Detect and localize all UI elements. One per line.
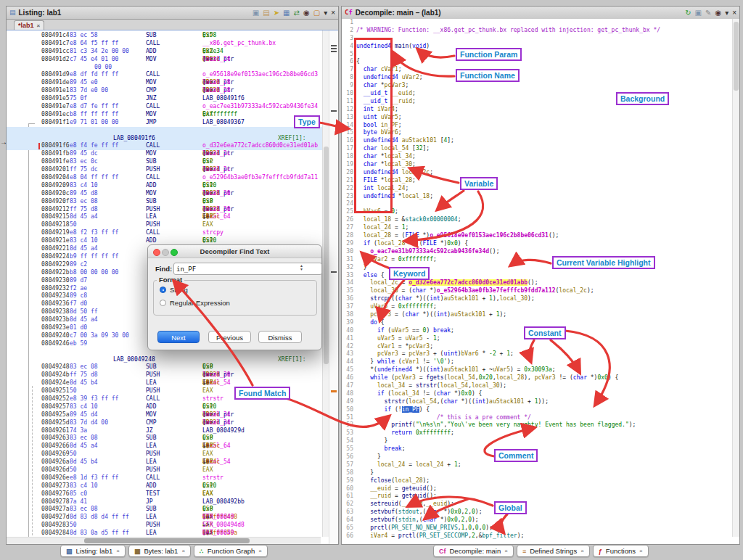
diff-view-icon[interactable]: ⇄: [294, 9, 300, 17]
code-line[interactable]: 12 int iVar4;: [342, 106, 731, 114]
listing-row[interactable]: 08049212ff 75 d8PUSHdword ptr [EBP + -0x…: [7, 206, 328, 214]
dropdown-arrow-icon[interactable]: ▾: [324, 9, 327, 17]
code-line[interactable]: 7 char cVar1;: [342, 66, 731, 74]
listing-row[interactable]: 08049219e8 f2 f3 ff ffCALLstrcpy: [7, 229, 328, 237]
code-line[interactable]: 26 local_18 = &stack0x00000004;: [342, 216, 731, 224]
code-line[interactable]: 29 if (local_28 == (FILE *)0x0) {: [342, 240, 731, 248]
code-line[interactable]: 52 printf("\n%s\n","You\'ve been very na…: [342, 421, 731, 429]
listing-row[interactable]: 080491e183 7d e0 00CMPdword ptr [EBP + -…: [7, 87, 328, 95]
listing-row[interactable]: 0804926174 3aJZLAB_0804929d: [7, 427, 328, 435]
code-line[interactable]: 1: [342, 19, 731, 27]
listing-label-row[interactable]: LAB_080491f6XREF[1]:: [7, 135, 338, 143]
radio-unselected-icon[interactable]: [160, 300, 166, 306]
code-line[interactable]: 37 uVar5 = 0xffffffff;: [342, 303, 731, 311]
code-line[interactable]: 30 o_eac7ee31b97333a4c592cab9436fe34d();: [342, 248, 731, 256]
close-icon[interactable]: ×: [331, 9, 335, 17]
mac-minimize-icon[interactable]: [162, 249, 169, 256]
code-line[interactable]: 21 FILE *local_28;: [342, 177, 731, 185]
listing-row[interactable]: 080492787a 41JPLAB_080492bb: [7, 498, 328, 506]
code-line[interactable]: 4undefined4 main(void): [342, 43, 731, 51]
close-icon[interactable]: ×: [732, 9, 736, 17]
code-line[interactable]: 27 local_24 = 1;: [342, 224, 731, 232]
listing-row[interactable]: 080491ecb8 ff ff ff ffMOVEAX,0xffffffff: [7, 111, 328, 119]
close-icon[interactable]: ×: [639, 548, 643, 554]
listing-row[interactable]: 0804924bff 75 d8PUSHdword ptr [EBP + -0x…: [7, 371, 328, 379]
code-line[interactable]: 58 }: [342, 469, 731, 477]
listing-row[interactable]: 00 00: [7, 64, 328, 72]
listing-row[interactable]: 0804926ee8 1d f3 ff ffCALLstrstr: [7, 474, 328, 482]
code-line[interactable]: 19 char *local_30;: [342, 161, 731, 169]
code-line[interactable]: 60 __euid = geteuid();: [342, 485, 731, 493]
cursor-location-icon[interactable]: ➤: [274, 9, 279, 17]
close-icon[interactable]: ×: [504, 548, 508, 554]
code-line[interactable]: 47 local_34 = strstr(local_54,local_30);: [342, 382, 731, 390]
code-line[interactable]: 34 local_2c = o_d32e6ea772c7adcc860d0ce3…: [342, 279, 731, 287]
listing-row[interactable]: 0804926383 ec 08SUBESP,0x8: [7, 435, 328, 442]
listing-row[interactable]: 080491d2c7 45 e4 01 00MOVdword ptr [EBP …: [7, 56, 328, 64]
listing-row[interactable]: 08049201ff 75 dcPUSHdword ptr [EBP + -0x…: [7, 166, 328, 174]
listing-marker-margin[interactable]: [329, 30, 338, 544]
listing-row[interactable]: 0804920c89 45 d8MOVdword ptr [EBP + -0x2…: [7, 190, 328, 198]
code-line[interactable]: 38 pcVar3 = (char *)((int)auStack101 + 1…: [342, 311, 731, 319]
listing-row[interactable]: 0804925783 c4 10ADDESP,0x10: [7, 403, 328, 411]
copy-icon[interactable]: ▣: [253, 9, 259, 17]
next-button[interactable]: Next: [157, 331, 200, 343]
listing-row[interactable]: 0804927a83 ec 08SUBESP,0x8: [7, 506, 328, 514]
code-line[interactable]: 14 bool in_PF;: [342, 122, 731, 130]
code-line[interactable]: 2/* WARNING: Function: __x86.get_pc_thun…: [342, 27, 731, 35]
code-line[interactable]: 57 local_24 = local_24 + 1;: [342, 461, 731, 469]
snapshot-icon[interactable]: ◉: [303, 9, 310, 17]
code-line[interactable]: 9 char *pcVar3;: [342, 82, 731, 90]
edit-icon[interactable]: ✎: [705, 9, 711, 17]
decompile-viewport[interactable]: 12/* WARNING: Function: __x86.get_pc_thu…: [342, 19, 739, 544]
close-icon[interactable]: ×: [116, 548, 120, 554]
code-line[interactable]: 62 setreuid(__ruid,__euid);: [342, 501, 731, 508]
code-line[interactable]: 10 __uid_t __euid;: [342, 90, 731, 98]
code-line[interactable]: 24: [342, 200, 731, 208]
code-line[interactable]: 66 iVar4 = prctl(PR_SET_SECCOMP,2,&bpf_f…: [342, 532, 731, 540]
listing-label-row[interactable]: LAB_08049248XREF[1]:: [7, 356, 328, 364]
tab-decompile-main[interactable]: CfDecompile: main×: [433, 545, 514, 557]
code-line[interactable]: 46 while (pcVar3 = fgets(local_54,0x20,l…: [342, 374, 731, 382]
close-icon[interactable]: ×: [258, 548, 262, 554]
tab-listing-lab1[interactable]: ▤Listing: lab1×: [60, 545, 126, 557]
decompile-vertical-scrollbar[interactable]: [732, 19, 739, 537]
listing-row[interactable]: 080492158d 45 a4LEAEAX=>local_64,[EBP + …: [7, 213, 328, 221]
listing-row[interactable]: 08049204e8 04 ff ff ffCALLo_e52964b3ae0f…: [7, 174, 328, 182]
listing-row[interactable]: 0804927d8d 83 d8 d4 ff ffLEAEAX,[EBX + 0…: [7, 514, 328, 522]
code-line[interactable]: 25 bVar6 = 0;: [342, 208, 731, 216]
mac-zoom-icon[interactable]: [171, 249, 178, 256]
code-line[interactable]: 22 int local_24;: [342, 185, 731, 193]
code-line[interactable]: 63 setvbuf(stdout,(char *)0x0,2,0);: [342, 508, 731, 516]
code-line[interactable]: 49 strstr(local_54,(char *)((int)auStack…: [342, 398, 731, 406]
listing-horizontal-scrollbar[interactable]: [7, 537, 321, 544]
listing-titlebar[interactable]: ▤ Listing: lab1 ▣▤➤▦⇄◉▢▾×: [7, 7, 338, 20]
tab-function-graph[interactable]: ∴Function Graph×: [194, 545, 268, 557]
doc-tab-lab1[interactable]: *lab1 ×: [14, 20, 44, 30]
code-line[interactable]: 35 local_30 = (char *)o_e52964b3ae0fb3e7…: [342, 287, 731, 295]
listing-row[interactable]: [7, 127, 338, 135]
code-line[interactable]: 6{: [342, 58, 731, 66]
code-line[interactable]: 18 char *local_34;: [342, 153, 731, 161]
tab-bytes-lab1[interactable]: ▦Bytes: lab1×: [128, 545, 191, 557]
code-line[interactable]: 44 } while (cVar1 != '\0');: [342, 358, 731, 366]
stepper-icon[interactable]: ▲▼: [300, 264, 303, 271]
radio-selected-icon[interactable]: [160, 287, 166, 293]
listing-row[interactable]: 0804925a89 45 d4MOVdword ptr [EBP + -0x2…: [7, 411, 328, 419]
listing-row[interactable]: 080491fb89 45 dcMOVdword ptr [EBP + -0x2…: [7, 150, 328, 158]
listing-row[interactable]: 0804928350PUSHEAX=>STR_080494d8: [7, 522, 328, 530]
snapshot-icon[interactable]: ◉: [715, 9, 721, 17]
previous-button[interactable]: Previous: [208, 331, 251, 343]
close-icon[interactable]: ×: [37, 22, 41, 29]
clone-window-icon[interactable]: ▢: [313, 9, 320, 17]
listing-row[interactable]: 080491c483 ec 58SUBESP,0x58: [7, 32, 328, 40]
listing-row[interactable]: 0804920f83 ec 08SUBESP,0x8: [7, 198, 328, 206]
decompiler-find-text-dialog[interactable]: Decompiler Find Text Find: ▲▼ Format Str…: [147, 244, 322, 350]
close-icon[interactable]: ×: [181, 548, 185, 554]
code-line[interactable]: 20 undefined4 local_2c;: [342, 169, 731, 177]
code-line[interactable]: 65 prctl(PR_SET_NO_NEW_PRIVS,1,0,0,0);: [342, 524, 731, 532]
listing-row[interactable]: 080491fe83 ec 0cSUBESP,0xc: [7, 158, 328, 166]
decompile-titlebar[interactable]: Cf Decompile: main – (lab1) ↻▣✎◉▾×: [342, 7, 739, 20]
code-line[interactable]: 15 byte bVar6;: [342, 129, 731, 137]
code-line[interactable]: 51 /* this is a pre comment */: [342, 414, 731, 422]
